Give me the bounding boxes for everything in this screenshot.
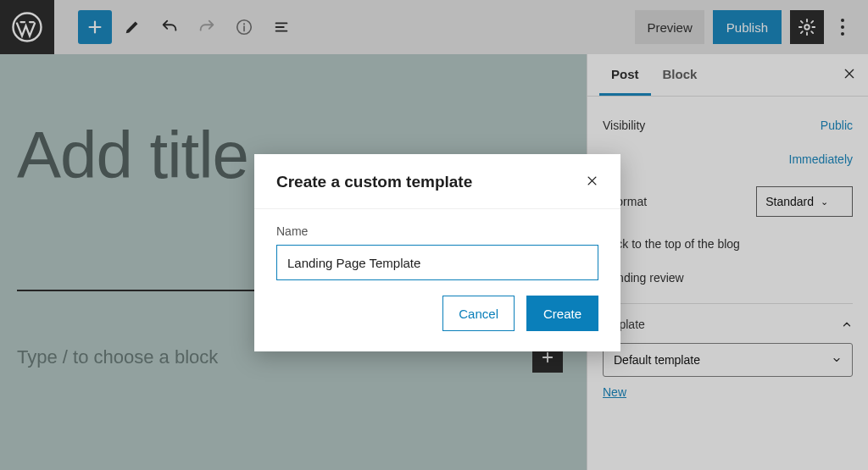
name-field-label: Name [276, 224, 598, 238]
close-icon [586, 174, 598, 187]
template-name-input[interactable] [276, 245, 598, 280]
cancel-button[interactable]: Cancel [442, 296, 515, 331]
modal-close-button[interactable] [586, 174, 598, 191]
create-button[interactable]: Create [526, 296, 598, 331]
modal-title: Create a custom template [276, 173, 472, 191]
create-template-modal: Create a custom template Name Cancel Cre… [254, 154, 620, 351]
